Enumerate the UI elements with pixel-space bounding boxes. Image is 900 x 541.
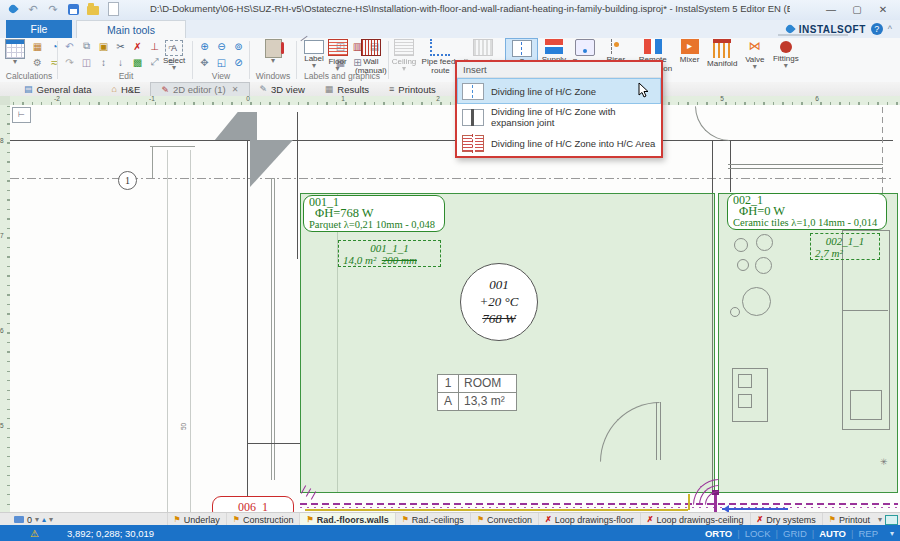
collapse-ribbon-button[interactable]: ^ [888,24,892,34]
warning-icon[interactable]: ⚠ [30,528,39,539]
return-pipe-blue [722,508,788,510]
ruler-number: 5 [0,422,4,429]
zoom-window-icon[interactable]: ◱ [214,55,229,69]
doc-tab-general-data[interactable]: ▤General data [14,82,101,96]
area-size: 14,0 m² [343,254,376,266]
heating-pipe[interactable] [300,503,898,505]
layer-tab-label: Rad.-floors.walls [317,515,389,525]
cut-icon[interactable]: ✂ [113,39,128,53]
room-table[interactable]: 1ROOM A13,3 m² [437,374,517,411]
doc-tab-2d-editor-1-[interactable]: ✎2D editor (1)✕ [150,82,249,96]
flow-arrow [719,505,729,512]
close-button[interactable]: ✕ [870,0,896,18]
riser-icon [611,39,621,54]
room-data-bubble[interactable]: 001 +20 °C 768 W [460,263,538,341]
help-button[interactable]: ? [871,23,883,35]
layer-visible-icon: ⚑ [402,515,409,524]
mode-auto[interactable]: AUTO [819,528,846,539]
calculator-icon [5,39,25,59]
zone-finish: Parquet λ=0,21 10mm - 0,048 [309,219,439,230]
mode-orto[interactable]: ORTO [705,528,732,539]
doc-tab-h-e[interactable]: ⌂H&E [101,82,150,96]
layer-overflow-button[interactable]: ▾ [878,515,882,524]
zone-001-label[interactable]: 001_1 ΦH=768 W Parquet λ=0,21 10mm - 0,0… [303,195,445,232]
calc-options-icon[interactable]: ▦ [30,39,45,53]
storey-down-button[interactable]: ▾ [49,515,53,524]
area-001-label[interactable]: 001_1_1 14,0 m² 200 mm [338,240,441,267]
doc-tab-results[interactable]: ▦Results [315,82,379,96]
calc-data-check-icon[interactable]: ⚙ [30,55,45,69]
radiant-mixer-button[interactable]: ▸Mixer [674,38,705,65]
layer-visible-icon: ⚑ [477,515,484,524]
drawing-canvas[interactable]: ⊢ [10,105,900,512]
delete-icon[interactable]: ✗ [130,39,145,53]
supply-pipe-yellow[interactable] [305,509,688,511]
label-icon [304,40,324,54]
calculations-button[interactable]: ▾ [2,39,28,71]
zoom-extents-icon[interactable]: ⊚ [231,39,246,53]
close-tab-icon[interactable]: ✕ [232,85,239,94]
zoom-in-icon[interactable]: ⊕ [197,39,212,53]
door-arc [695,106,730,141]
mode-grid[interactable]: GRID [783,528,807,539]
wall-line [247,443,300,444]
insert-menu-item[interactable]: Dividing line of H/C Zone into H/C Area [457,130,661,156]
insert-menu-item[interactable]: Dividing line of H/C Zone with expansion… [457,104,661,130]
radiant-valve-button[interactable]: ⋈Valve▾ [739,38,770,71]
save-icon[interactable] [66,2,80,16]
radiant-floor-button[interactable]: Floor▾ [322,38,353,73]
caret-down-icon: ▾ [2,59,28,65]
mode-lock[interactable]: LOCK [745,528,771,539]
doc-tab-icon: ▦ [325,84,334,94]
caret-down-icon: ▾ [160,65,188,71]
manifold-icon [713,39,731,58]
group-calculations: ▾ ▦ ⚙ ◔ ≂ Calculations [2,38,56,81]
zoom-out-icon[interactable]: ⊖ [214,39,229,53]
area-id: 001_1_1 [343,242,436,254]
zoom-previous-icon[interactable]: ⊘ [231,55,246,69]
mode-rep[interactable]: REP [858,528,878,539]
pan-icon[interactable]: ✥ [197,55,212,69]
room-area: 13,3 m² [459,393,516,410]
new-file-icon[interactable] [106,2,120,16]
doc-tab-printouts[interactable]: ≡Printouts [379,82,446,96]
main-tools-tab[interactable]: Main tools [76,20,186,38]
zone-002-label[interactable]: 002_1 ΦH=0 W Ceramic tiles λ=1,0 14mm - … [727,193,887,230]
undo-icon[interactable]: ↶ [26,2,40,16]
storey-dropdown-icon[interactable]: ▾ [35,515,39,524]
pipe-006-label[interactable]: 006_1 [212,496,294,512]
mouse-cursor [638,82,649,100]
radiant-wall-button[interactable]: Wall(manual) [353,38,389,76]
wall-line [271,178,272,480]
radiant-manifold-button[interactable]: Manifold [705,38,739,69]
minimize-button[interactable]: — [818,0,844,18]
windows-button[interactable]: ▾ [260,39,286,71]
open-icon[interactable] [86,2,100,16]
mirror-icon[interactable]: ◫ [79,55,94,69]
file-tab[interactable]: File [6,20,72,38]
undo-icon[interactable]: ↶ [62,39,77,53]
storey-up-button[interactable]: ▴ [42,515,46,524]
redo-icon[interactable]: ↷ [62,55,77,69]
radiant-ceiling-button[interactable]: Ceiling▾ [389,38,420,73]
copy-icon[interactable]: ⧉ [79,39,94,53]
layer-tab-label: Dry systems [766,515,816,525]
axis-line [10,178,893,179]
ruler-origin-button[interactable]: ⊢ [12,107,31,123]
paste-icon[interactable]: ▣ [96,39,111,53]
array-icon[interactable]: ▩ [130,55,145,69]
move-down-icon[interactable]: ↓ [113,55,128,69]
radiant-fittings-button[interactable]: Fittings▾ [770,38,801,70]
area-002-label[interactable]: 002_1_1 2,7 m² [810,233,880,260]
statusbar-caret-icon[interactable]: ▾ [890,529,894,538]
select-button[interactable]: A Select ▾ [160,39,188,71]
doc-tab-3d-view[interactable]: ✎3D view [250,82,315,96]
display-settings-icon[interactable] [885,515,898,525]
axis-bubble[interactable]: 1 [118,171,137,190]
align-v-icon[interactable]: ↕ [96,55,111,69]
insert-menu-item[interactable]: Dividing line of H/C Zone [457,78,661,104]
redo-icon[interactable]: ↷ [46,2,60,16]
maximize-button[interactable]: ▢ [844,0,870,18]
doc-tab-label: Printouts [398,84,436,95]
ruler-number: 0 [246,95,250,102]
